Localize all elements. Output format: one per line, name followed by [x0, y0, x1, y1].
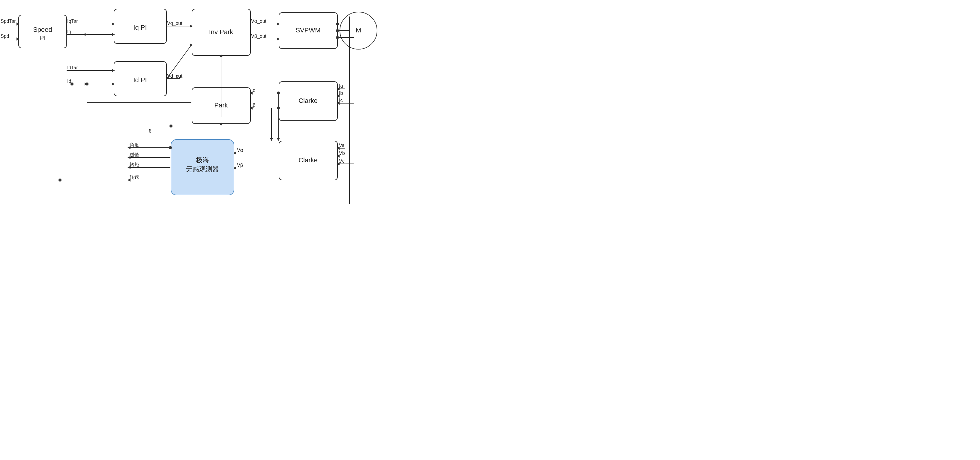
inv-park-label: Inv Park	[209, 28, 234, 36]
vb-bot-label: Vb	[339, 151, 345, 156]
valpha-label: Vα	[237, 148, 243, 153]
dot-angle	[169, 146, 172, 149]
observer-label2: 无感观测器	[186, 166, 219, 173]
iq-label: Iq	[67, 29, 71, 34]
vqout-label: Vq_out	[167, 21, 182, 26]
clarke-top-label: Clarke	[299, 97, 318, 104]
vdout-label2: Vd_out	[167, 73, 183, 79]
iqtar-label: IqTar	[67, 19, 78, 24]
spd-label: Spd	[1, 33, 9, 39]
angle-label: 角度	[130, 142, 139, 147]
torque-label: 转矩	[130, 162, 139, 167]
dot-speed	[59, 178, 62, 181]
ialpha-label: Iα	[251, 88, 256, 93]
speed-label: 转速	[130, 175, 139, 180]
svpwm-label: SVPWM	[296, 26, 320, 34]
vbeta-label: Vβ	[237, 162, 243, 168]
ibeta-label: Iβ	[251, 103, 256, 108]
ib-label: Ib	[339, 91, 343, 96]
ia-label: Ia	[339, 83, 343, 89]
idtar-label: IdTar	[67, 65, 78, 70]
id-pi-label: Id PI	[133, 76, 147, 84]
dot-id-fb	[70, 83, 73, 86]
spdtar-label: SpdTar	[1, 19, 16, 24]
ibeta-obs-arrow	[270, 138, 273, 141]
motor-label: M	[356, 26, 361, 34]
clarke-bot-label: Clarke	[299, 156, 318, 164]
speed-pi-label: Speed	[33, 26, 52, 33]
vc-bot-label: Vc	[339, 158, 345, 164]
iq-pi-label: Iq PI	[133, 24, 147, 31]
id-label: Id	[67, 79, 71, 84]
vbout-label: Vβ_out	[251, 33, 267, 39]
flux-label: 磁链	[129, 152, 139, 157]
iq-fb-arrow	[84, 33, 88, 36]
observer-label1: 极海	[196, 156, 209, 164]
diagram-container: Speed PI Iq PI Id PI Inv Park SVPWM M Pa…	[0, 0, 490, 230]
ialpha-obs-arrow	[277, 138, 280, 141]
va-bot-label: Va	[339, 143, 344, 148]
speed-pi-label2: PI	[40, 34, 46, 42]
theta-label: θ	[149, 129, 151, 134]
ic-label: Ic	[339, 98, 342, 103]
vaout-label: Vα_out	[251, 19, 267, 24]
